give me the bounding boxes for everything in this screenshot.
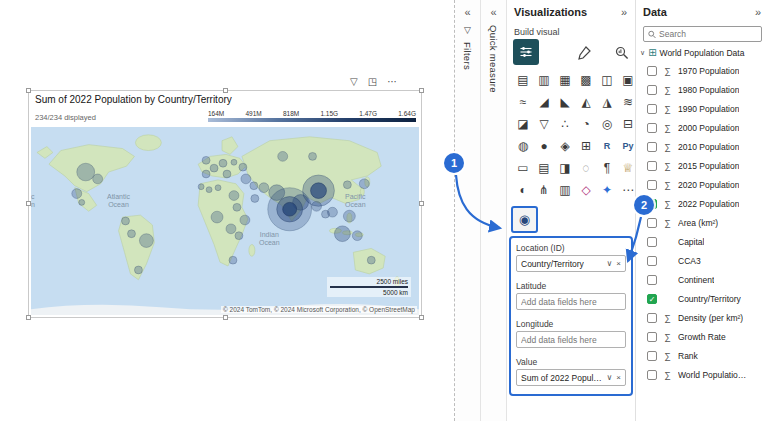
decomposition-tree-icon[interactable]: ⋔: [534, 179, 554, 200]
filters-pane-collapsed[interactable]: « ▽ Filters: [455, 0, 481, 421]
field-row[interactable]: ∑Rank: [636, 346, 768, 365]
focus-mode-icon[interactable]: ◳: [368, 76, 377, 87]
field-checkbox[interactable]: [647, 66, 657, 76]
field-checkbox[interactable]: [647, 142, 657, 152]
smart-narrative-icon[interactable]: ¶: [597, 157, 617, 178]
field-row[interactable]: ∑Area (km²): [636, 213, 768, 232]
field-checkbox[interactable]: [647, 313, 657, 323]
remove-field-icon[interactable]: ×: [616, 259, 621, 268]
field-row[interactable]: Capital: [636, 232, 768, 251]
collapse-data-pane-icon[interactable]: »: [755, 6, 761, 18]
field-checkbox[interactable]: [647, 275, 657, 285]
azure-map-icon[interactable]: ◈: [555, 135, 575, 156]
empty-field-well[interactable]: Add data fields here: [516, 331, 626, 348]
field-checkbox[interactable]: [647, 218, 657, 228]
matrix-icon[interactable]: ⊞: [576, 135, 596, 156]
field-row[interactable]: ∑1980 Population: [636, 80, 768, 99]
empty-field-well[interactable]: Add data fields here: [516, 293, 626, 310]
build-visual-tab[interactable]: [513, 39, 539, 65]
qa-visual-icon[interactable]: ◌: [576, 157, 596, 178]
clustered-bar-chart-icon[interactable]: ▦: [555, 69, 575, 90]
field-row[interactable]: ∑1990 Population: [636, 99, 768, 118]
selection-handle[interactable]: [26, 88, 31, 93]
selection-handle[interactable]: [223, 315, 228, 320]
search-input[interactable]: [659, 29, 757, 39]
chevron-down-icon[interactable]: ∨: [606, 373, 612, 382]
more-options-icon[interactable]: ⋯: [387, 76, 397, 87]
field-row[interactable]: ∑2010 Population: [636, 137, 768, 156]
remove-field-icon[interactable]: ×: [616, 373, 621, 382]
line-and-clustered-column-chart-icon[interactable]: ◮: [597, 91, 617, 112]
r-script-visual-icon[interactable]: R: [597, 135, 617, 156]
multi-row-card-icon[interactable]: ▤: [534, 157, 554, 178]
paginated-report-icon[interactable]: ▥: [555, 179, 575, 200]
selection-handle[interactable]: [223, 88, 228, 93]
search-box[interactable]: [643, 26, 762, 42]
waterfall-chart-icon[interactable]: ◪: [513, 113, 533, 134]
area-chart-icon[interactable]: ◢: [534, 91, 554, 112]
field-checkbox[interactable]: [647, 161, 657, 171]
field-checkbox[interactable]: [647, 370, 657, 380]
stacked-column-chart-icon[interactable]: ▥: [534, 69, 554, 90]
map-visual[interactable]: Sum of 2022 Population by Country/Territ…: [28, 90, 422, 318]
selection-handle[interactable]: [26, 201, 31, 206]
selection-handle[interactable]: [419, 201, 424, 206]
field-row[interactable]: ∑2020 Population: [636, 175, 768, 194]
collapse-visualizations-icon[interactable]: »: [621, 6, 627, 18]
field-row[interactable]: ∑2000 Population: [636, 118, 768, 137]
selected-visual-highlight-box: ◉: [511, 206, 538, 233]
bubble-map-icon[interactable]: ◉: [519, 212, 530, 227]
slicer-icon[interactable]: ◨: [555, 157, 575, 178]
selection-handle[interactable]: [419, 315, 424, 320]
stacked-area-chart-icon[interactable]: ◣: [555, 91, 575, 112]
field-row[interactable]: ∑Growth Rate: [636, 327, 768, 346]
line-and-stacked-column-chart-icon[interactable]: ◭: [576, 91, 596, 112]
stacked-bar-chart-icon[interactable]: ▤: [513, 69, 533, 90]
filled-map-icon[interactable]: ●: [534, 135, 554, 156]
field-row[interactable]: Continent: [636, 270, 768, 289]
chevron-down-icon[interactable]: ∨: [640, 49, 645, 57]
expand-quick-measure-icon[interactable]: «: [490, 6, 496, 18]
key-influencers-icon[interactable]: ◐: [513, 179, 533, 200]
map-icon[interactable]: ◍: [513, 135, 533, 156]
ocean-label: IndianOcean: [259, 231, 280, 247]
field-row[interactable]: ∑World Populatio…: [636, 365, 768, 384]
analytics-tab[interactable]: [611, 42, 633, 64]
line-chart-icon[interactable]: ≈: [513, 91, 533, 112]
field-checkbox[interactable]: [647, 351, 657, 361]
selection-handle[interactable]: [26, 315, 31, 320]
quick-measure-pane-collapsed[interactable]: « Quick measure: [481, 0, 507, 421]
format-visual-tab[interactable]: [573, 42, 595, 64]
field-checkbox[interactable]: [647, 256, 657, 266]
field-pill[interactable]: Sum of 2022 Populati…∨×: [516, 369, 626, 386]
field-row[interactable]: ∑Density (per km²): [636, 308, 768, 327]
expand-filters-icon[interactable]: «: [464, 6, 470, 18]
chevron-down-icon[interactable]: ∨: [606, 259, 612, 268]
field-row[interactable]: ✓Country/Territory: [636, 289, 768, 308]
field-checkbox[interactable]: [647, 123, 657, 133]
field-row[interactable]: ∑2015 Population: [636, 156, 768, 175]
100-stacked-bar-chart-icon[interactable]: ◫: [597, 69, 617, 90]
table-tree-node[interactable]: ∨ ⊞ World Population Data: [640, 47, 744, 58]
donut-chart-icon[interactable]: ◎: [597, 113, 617, 134]
field-checkbox[interactable]: [647, 85, 657, 95]
field-pill[interactable]: Country/Territory∨×: [516, 255, 626, 272]
pie-chart-icon[interactable]: ◔: [576, 113, 596, 134]
field-row[interactable]: ∑1970 Population: [636, 61, 768, 80]
power-automate-icon[interactable]: ✦: [597, 179, 617, 200]
field-checkbox[interactable]: [647, 104, 657, 114]
filter-icon[interactable]: ▽: [350, 76, 358, 87]
funnel-chart-icon[interactable]: ▽: [534, 113, 554, 134]
field-checkbox[interactable]: [647, 180, 657, 190]
field-row[interactable]: ✓∑2022 Population: [636, 194, 768, 213]
power-apps-icon[interactable]: ◇: [576, 179, 596, 200]
clustered-column-chart-icon[interactable]: ▩: [576, 69, 596, 90]
field-row[interactable]: CCA3: [636, 251, 768, 270]
field-checkbox[interactable]: [647, 237, 657, 247]
selection-handle[interactable]: [419, 88, 424, 93]
field-checkbox[interactable]: [647, 332, 657, 342]
scatter-chart-icon[interactable]: ∴: [555, 113, 575, 134]
card-icon[interactable]: ▭: [513, 157, 533, 178]
map-area[interactable]: AtlanticOceanPacificOceanIndianOceanfica…: [31, 127, 419, 315]
field-checkbox[interactable]: ✓: [647, 294, 657, 304]
